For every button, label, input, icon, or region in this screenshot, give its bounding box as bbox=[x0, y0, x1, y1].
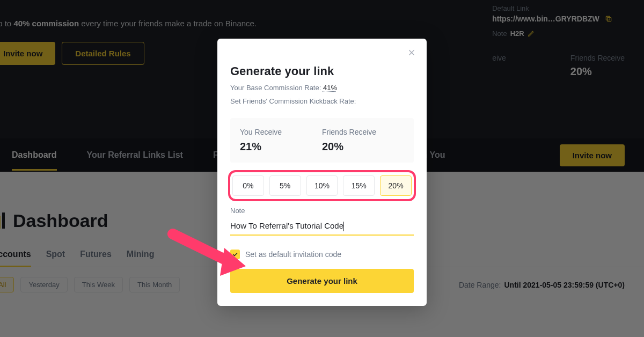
note-input-wrap[interactable]: How To Referral's Tutorial Code bbox=[230, 217, 414, 236]
kickback-20[interactable]: 20% bbox=[380, 175, 412, 196]
note-input[interactable]: How To Referral's Tutorial Code bbox=[230, 221, 343, 230]
modal-title: Generate your link bbox=[230, 64, 414, 78]
you-receive-value: 21% bbox=[240, 141, 322, 153]
generate-link-button[interactable]: Generate your link bbox=[230, 269, 414, 293]
close-icon[interactable] bbox=[407, 48, 416, 59]
default-code-label: Set as default invitation code bbox=[245, 250, 341, 259]
note-field-label: Note bbox=[230, 207, 414, 215]
kickback-15[interactable]: 15% bbox=[343, 175, 375, 196]
kickback-0[interactable]: 0% bbox=[232, 175, 264, 196]
kickback-label: Set Friends' Commission Kickback Rate: bbox=[230, 97, 414, 105]
kickback-10[interactable]: 10% bbox=[306, 175, 338, 196]
friends-receive-value: 20% bbox=[322, 141, 404, 153]
base-rate-line: Your Base Commission Rate: 41% bbox=[230, 84, 414, 92]
friends-receive-label: Friends Receive bbox=[322, 128, 404, 136]
generate-link-modal: Generate your link Your Base Commission … bbox=[217, 39, 427, 306]
kickback-5[interactable]: 5% bbox=[269, 175, 301, 196]
you-receive-label: You Receive bbox=[240, 128, 322, 136]
default-code-checkbox[interactable] bbox=[230, 250, 240, 259]
commission-split: You Receive 21% Friends Receive 20% bbox=[230, 118, 414, 163]
kickback-options: 0% 5% 10% 15% 20% bbox=[232, 175, 412, 196]
